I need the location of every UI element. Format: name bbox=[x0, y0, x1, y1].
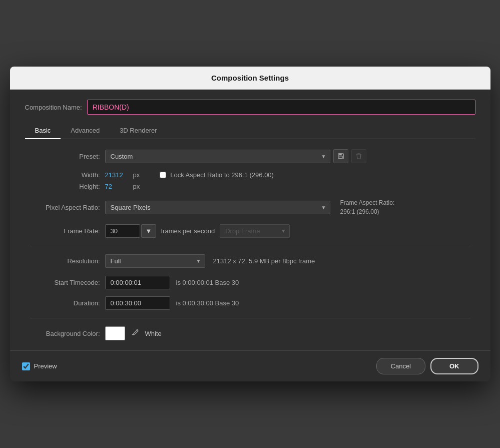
drop-frame-wrapper: Drop Frame ▼ bbox=[220, 224, 290, 238]
height-label: Height: bbox=[30, 183, 100, 190]
save-icon bbox=[338, 153, 344, 160]
preset-save-button[interactable] bbox=[333, 149, 348, 163]
duration-row: Duration: is 0:00:30:00 Base 30 bbox=[30, 296, 470, 310]
preview-section: Preview bbox=[22, 362, 57, 370]
svg-point-3 bbox=[137, 329, 138, 330]
preset-label: Preset: bbox=[30, 153, 100, 160]
resolution-row: Resolution: Full Half Third Quarter Cust… bbox=[30, 254, 470, 268]
start-timecode-input[interactable] bbox=[105, 276, 170, 289]
resolution-select-wrapper: Full Half Third Quarter Custom ▼ bbox=[105, 254, 205, 268]
height-unit: px bbox=[133, 183, 140, 190]
resolution-info: 21312 x 72, 5.9 MB per 8bpc frame bbox=[213, 257, 315, 265]
comp-name-label: Composition Name: bbox=[25, 104, 82, 111]
preset-row: Preset: Custom HDTV 1080 29.97 HDTV 720 … bbox=[30, 149, 470, 163]
fps-label: frames per second bbox=[161, 227, 215, 235]
eyedropper-icon bbox=[131, 328, 139, 336]
duration-info: is 0:00:30:00 Base 30 bbox=[176, 299, 239, 307]
preview-checkbox[interactable] bbox=[22, 362, 30, 370]
width-label: Width: bbox=[30, 171, 100, 179]
divider-1 bbox=[30, 246, 470, 246]
par-select-wrapper: Square Pixels D1/DV NTSC (0.91) D1/DV PA… bbox=[105, 201, 330, 214]
height-value[interactable]: 72 bbox=[105, 183, 130, 190]
svg-rect-2 bbox=[339, 156, 342, 158]
height-row: Height: 72 px bbox=[30, 183, 470, 190]
resolution-select[interactable]: Full Half Third Quarter Custom bbox=[105, 254, 205, 268]
composition-settings-dialog: Composition Settings Composition Name: B… bbox=[10, 67, 490, 381]
start-timecode-label: Start Timecode: bbox=[30, 279, 100, 286]
width-row: Width: 21312 px Lock Aspect Ratio to 296… bbox=[30, 171, 470, 179]
lock-aspect-section: Lock Aspect Ratio to 296:1 (296.00) bbox=[160, 171, 274, 179]
dialog-footer: Preview Cancel OK bbox=[10, 350, 490, 381]
tab-advanced[interactable]: Advanced bbox=[61, 123, 110, 139]
width-value[interactable]: 21312 bbox=[105, 171, 130, 179]
tab-3d-renderer[interactable]: 3D Renderer bbox=[110, 123, 167, 139]
trash-icon bbox=[356, 153, 362, 160]
bg-color-swatch[interactable] bbox=[105, 326, 125, 340]
resolution-label: Resolution: bbox=[30, 257, 100, 265]
preview-label: Preview bbox=[34, 362, 57, 370]
bg-color-name: White bbox=[145, 330, 162, 337]
frame-rate-label: Frame Rate: bbox=[30, 227, 100, 235]
bg-color-label: Background Color: bbox=[30, 330, 100, 337]
footer-buttons: Cancel OK bbox=[376, 358, 478, 374]
svg-rect-1 bbox=[339, 154, 341, 155]
frame-rate-dropdown[interactable]: ▼ bbox=[141, 224, 156, 238]
drop-frame-select[interactable]: Drop Frame bbox=[220, 224, 290, 238]
comp-name-row: Composition Name: bbox=[25, 100, 475, 115]
frame-rate-row: Frame Rate: ▼ frames per second Drop Fra… bbox=[30, 224, 470, 238]
tab-basic[interactable]: Basic bbox=[25, 123, 61, 139]
par-label: Pixel Aspect Ratio: bbox=[30, 204, 100, 211]
preset-select[interactable]: Custom HDTV 1080 29.97 HDTV 720 29.97 Fi… bbox=[105, 150, 330, 163]
eyedropper-button[interactable] bbox=[129, 327, 141, 339]
duration-input[interactable] bbox=[105, 296, 170, 310]
start-timecode-row: Start Timecode: is 0:00:00:01 Base 30 bbox=[30, 276, 470, 289]
dialog-title: Composition Settings bbox=[10, 67, 490, 90]
background-color-row: Background Color: White bbox=[30, 326, 470, 340]
dialog-body: Composition Name: Basic Advanced 3D Rend… bbox=[10, 90, 490, 350]
comp-name-input[interactable] bbox=[87, 100, 475, 115]
lock-aspect-checkbox[interactable] bbox=[160, 172, 166, 178]
lock-aspect-label: Lock Aspect Ratio to 296:1 (296.00) bbox=[170, 171, 274, 179]
par-select[interactable]: Square Pixels D1/DV NTSC (0.91) D1/DV PA… bbox=[105, 201, 330, 214]
duration-label: Duration: bbox=[30, 299, 100, 307]
form-section: Preset: Custom HDTV 1080 29.97 HDTV 720 … bbox=[25, 149, 475, 340]
ok-button[interactable]: OK bbox=[430, 358, 478, 374]
tabs-container: Basic Advanced 3D Renderer bbox=[25, 123, 475, 139]
cancel-button[interactable]: Cancel bbox=[376, 358, 425, 374]
preset-delete-button[interactable] bbox=[351, 149, 366, 163]
pixel-aspect-ratio-row: Pixel Aspect Ratio: Square Pixels D1/DV … bbox=[30, 198, 470, 216]
width-unit: px bbox=[133, 171, 140, 179]
preset-select-wrapper: Custom HDTV 1080 29.97 HDTV 720 29.97 Fi… bbox=[105, 150, 330, 163]
start-timecode-info: is 0:00:00:01 Base 30 bbox=[176, 279, 239, 286]
frame-rate-input[interactable] bbox=[105, 224, 140, 238]
dimensions-section: Width: 21312 px Lock Aspect Ratio to 296… bbox=[30, 171, 470, 190]
divider-2 bbox=[30, 318, 470, 318]
frame-aspect-info: Frame Aspect Ratio: 296:1 (296.00) bbox=[340, 198, 395, 216]
